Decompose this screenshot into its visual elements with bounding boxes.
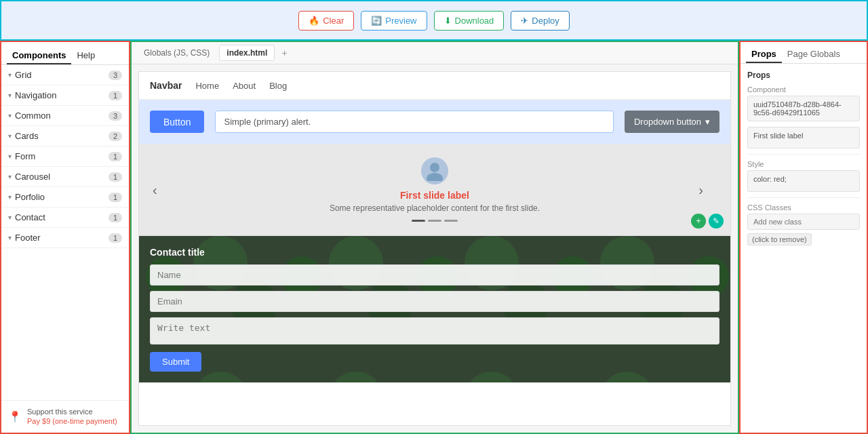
- contact-title: Contact title: [150, 247, 719, 258]
- navbar-brand: Navbar: [150, 80, 182, 91]
- section-badge-nav: 1: [108, 91, 122, 100]
- chevron-icon: ▾: [8, 92, 12, 99]
- demo-carousel: ‹ First slide label Some representative …: [139, 144, 730, 236]
- page-content: Navbar Home About Blog Button Simple (pr…: [138, 71, 731, 426]
- component-label: Component: [747, 85, 860, 94]
- tab-props[interactable]: Props: [746, 46, 782, 63]
- contact-name-input[interactable]: [150, 264, 719, 285]
- sidebar-item-form[interactable]: ▾ Form 1: [1, 146, 129, 167]
- contact-message-input[interactable]: [150, 317, 719, 344]
- canvas-tabs: Globals (JS, CSS) index.html +: [132, 42, 738, 64]
- sidebar-item-grid[interactable]: ▾ Grid 3: [1, 65, 129, 85]
- chevron-icon: ▾: [8, 214, 12, 221]
- section-badge-grid: 3: [108, 71, 122, 80]
- sidebar-item-label: Navigation: [15, 90, 56, 100]
- chevron-icon: ▾: [8, 193, 12, 201]
- canvas-body: Navbar Home About Blog Button Simple (pr…: [132, 64, 738, 433]
- sidebar-item-porfolio[interactable]: ▾ Porfolio 1: [1, 187, 129, 208]
- top-toolbar: 🔥 Clear 🔄 Preview ⬇ Download ✈ Deploy: [0, 0, 868, 41]
- carousel-label: First slide label: [330, 190, 540, 201]
- download-button[interactable]: ⬇ Download: [434, 11, 505, 31]
- svg-point-0: [430, 163, 439, 172]
- center-canvas: Globals (JS, CSS) index.html + Navbar Ho…: [130, 41, 739, 434]
- sidebar-item-navigation[interactable]: ▾ Navigation 1: [1, 85, 129, 106]
- sidebar-item-label: Cards: [15, 131, 39, 141]
- carousel-description: Some representative placeholder content …: [330, 203, 540, 213]
- component-value: uuid7510487b-d28b-4864-9c56-d69429f11065: [747, 96, 860, 121]
- tab-globals[interactable]: Globals (JS, CSS): [137, 45, 216, 60]
- support-section: 📍 Support this service Pay $9 (one-time …: [1, 400, 129, 433]
- support-text: Support this service: [27, 408, 117, 416]
- sidebar-item-footer[interactable]: ▾ Footer 1: [1, 228, 129, 248]
- clear-button[interactable]: 🔥 Clear: [298, 11, 354, 31]
- sidebar-item-cards[interactable]: ▾ Cards 2: [1, 126, 129, 146]
- download-label: Download: [455, 16, 494, 26]
- clear-icon: 🔥: [309, 16, 319, 26]
- section-badge-common: 3: [108, 111, 122, 121]
- carousel-prev-button[interactable]: ‹: [146, 182, 164, 197]
- contact-submit-button[interactable]: Submit: [150, 352, 201, 372]
- tab-index[interactable]: index.html: [219, 45, 275, 61]
- carousel-dot-3: [444, 220, 458, 222]
- carousel-dot-1: [412, 220, 425, 222]
- carousel-content: First slide label Some representative pl…: [330, 157, 540, 222]
- right-tabs: Props Page Globals: [741, 42, 867, 64]
- deploy-icon: ✈: [521, 16, 528, 26]
- tab-page-globals[interactable]: Page Globals: [782, 46, 846, 63]
- section-badge-contact: 1: [108, 213, 122, 222]
- avatar-icon: [425, 161, 445, 181]
- contact-email-input[interactable]: [150, 291, 719, 312]
- carousel-dot-2: [428, 220, 441, 222]
- carousel-next-button[interactable]: ›: [692, 182, 710, 197]
- download-icon: ⬇: [444, 16, 452, 26]
- right-sidebar: Props Page Globals Props Component uuid7…: [739, 41, 868, 434]
- svg-point-1: [427, 173, 443, 181]
- tab-add[interactable]: +: [277, 46, 291, 60]
- tab-components[interactable]: Components: [7, 47, 71, 64]
- tab-help[interactable]: Help: [71, 47, 100, 64]
- sidebar-item-common[interactable]: ▾ Common 3: [1, 106, 129, 126]
- demo-dropdown-button[interactable]: Dropdown button ▾: [625, 111, 719, 133]
- chevron-icon: ▾: [8, 234, 12, 241]
- support-link[interactable]: Pay $9 (one-time payment): [27, 417, 117, 425]
- sidebar-item-carousel[interactable]: ▾ Carousel 1: [1, 167, 129, 187]
- deploy-label: Deploy: [532, 16, 559, 26]
- sidebar-item-label: Footer: [15, 233, 41, 243]
- carousel-add-button[interactable]: +: [691, 214, 706, 229]
- demo-alert: Simple (primary) alert.: [215, 111, 614, 133]
- dropdown-label: Dropdown button: [634, 117, 701, 127]
- preview-label: Preview: [385, 16, 416, 26]
- css-class-tag[interactable]: (click to remove): [747, 233, 812, 245]
- css-class-input[interactable]: [747, 214, 860, 230]
- sidebar-item-label: Carousel: [15, 172, 50, 182]
- components-row: Button Simple (primary) alert. Dropdown …: [139, 100, 730, 144]
- nav-link-about[interactable]: About: [233, 81, 256, 91]
- chevron-icon: ▾: [8, 132, 12, 140]
- section-badge-form: 1: [108, 152, 122, 161]
- props-divider: [747, 154, 860, 155]
- dropdown-caret: ▾: [705, 117, 710, 127]
- main-layout: Components Help ▾ Grid 3 ▾ Navigation 1 …: [0, 41, 868, 434]
- section-badge-porfolio: 1: [108, 193, 122, 202]
- style-value: color: red;: [747, 170, 860, 192]
- chevron-icon: ▾: [8, 173, 12, 180]
- demo-navbar: Navbar Home About Blog: [139, 72, 730, 100]
- preview-button[interactable]: 🔄 Preview: [361, 11, 427, 31]
- sidebar-item-label: Common: [15, 111, 51, 121]
- css-classes-label: CSS Classes: [747, 203, 860, 212]
- preview-icon: 🔄: [371, 16, 382, 26]
- carousel-dots: [330, 220, 540, 222]
- nav-link-blog[interactable]: Blog: [269, 81, 287, 91]
- section-badge-cards: 2: [108, 132, 122, 141]
- nav-link-home[interactable]: Home: [195, 81, 219, 91]
- carousel-edit-button[interactable]: ✎: [709, 214, 724, 229]
- sidebar-item-label: Form: [15, 151, 35, 161]
- sidebar-item-contact[interactable]: ▾ Contact 1: [1, 208, 129, 228]
- demo-button[interactable]: Button: [150, 111, 204, 133]
- carousel-avatar: [421, 157, 448, 184]
- sidebar-item-label: Porfolio: [15, 192, 45, 202]
- deploy-button[interactable]: ✈ Deploy: [511, 11, 569, 31]
- props-panel: Props Component uuid7510487b-d28b-4864-9…: [741, 64, 867, 252]
- sidebar-tabs: Components Help: [1, 42, 129, 65]
- chevron-icon: ▾: [8, 71, 12, 79]
